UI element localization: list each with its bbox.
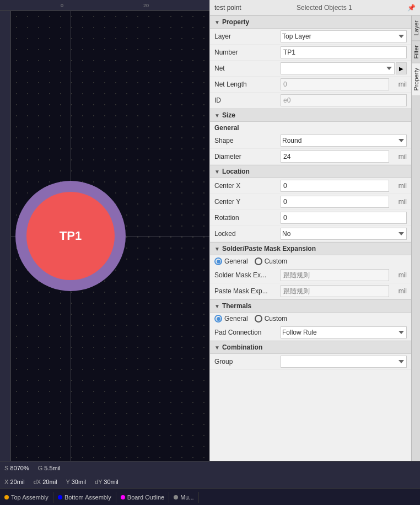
layer-tabs-bar: Top Assembly Bottom Assembly Board Outli… <box>0 488 420 505</box>
filter-tab[interactable]: Filter <box>412 40 420 63</box>
net-length-input <box>281 78 389 90</box>
solder-custom-option[interactable]: Custom <box>255 257 287 265</box>
net-length-unit: mil <box>391 80 407 88</box>
locked-select[interactable]: No <box>281 228 407 240</box>
solder-custom-label: Custom <box>265 257 287 265</box>
solder-custom-radio[interactable] <box>255 257 262 265</box>
center-y-value: mil <box>281 196 407 208</box>
thermals-general-option[interactable]: General <box>214 315 248 323</box>
solder-section-header[interactable]: ▼ Solder/Paste Mask Expansion <box>210 242 411 255</box>
thermals-collapse-arrow[interactable]: ▼ <box>214 303 220 309</box>
panel-wrapper: ▼ Property Layer Top Layer Number <box>210 15 420 461</box>
status-dy: dY 30mil <box>95 479 119 485</box>
layer-tab-mu[interactable]: Mu... <box>169 492 198 503</box>
number-input[interactable] <box>281 46 407 58</box>
solder-general-radio[interactable] <box>214 257 222 265</box>
size-section-header[interactable]: ▼ Size <box>210 109 411 122</box>
property-tab[interactable]: Property <box>412 63 420 95</box>
net-length-row: Net Length mil <box>210 77 411 93</box>
group-select[interactable] <box>281 356 407 368</box>
paste-mask-value: mil <box>281 285 407 297</box>
rotation-row: Rotation <box>210 210 411 226</box>
pad-connection-value: Follow Rule <box>281 326 407 339</box>
solder-collapse-arrow[interactable]: ▼ <box>214 246 220 252</box>
thermals-radio-row: General Custom <box>210 313 411 325</box>
ruler-vertical <box>0 11 11 461</box>
thermals-section-header[interactable]: ▼ Thermals <box>210 299 411 313</box>
layer-label-board-outline: Board Outline <box>127 494 164 501</box>
paste-mask-input <box>281 285 389 297</box>
test-point-label: TP1 <box>60 229 82 243</box>
center-y-row: Center Y mil <box>210 194 411 210</box>
canvas-content[interactable]: TP1 <box>11 11 209 461</box>
status-s: S 8070% <box>4 465 29 471</box>
layer-tab-top-assembly[interactable]: Top Assembly <box>0 492 53 503</box>
size-section-label: Size <box>222 111 235 119</box>
rotation-input[interactable] <box>281 212 407 224</box>
canvas-area[interactable]: 0 20 TP1 <box>0 0 209 461</box>
location-section-header[interactable]: ▼ Location <box>210 165 411 178</box>
solder-mask-value: mil <box>281 269 407 281</box>
layer-color-board-outline <box>121 495 125 499</box>
thermals-custom-radio[interactable] <box>255 315 262 323</box>
solder-section-label: Solder/Paste Mask Expansion <box>222 245 316 253</box>
net-value: ▶ <box>281 62 407 74</box>
thermals-custom-option[interactable]: Custom <box>255 315 287 323</box>
diameter-value: mil <box>281 151 407 163</box>
net-arrow-button[interactable]: ▶ <box>396 62 407 74</box>
diameter-input[interactable] <box>281 151 389 163</box>
solder-general-label: General <box>224 257 248 265</box>
paste-mask-unit: mil <box>391 287 407 295</box>
center-x-value: mil <box>281 180 407 192</box>
location-section-label: Location <box>222 168 250 175</box>
status-row-2: X 20mil dX 20mil Y 30mil dY 30mil <box>0 475 420 489</box>
solder-radio-row: General Custom <box>210 255 411 267</box>
layer-label-top-assembly: Top Assembly <box>11 494 49 501</box>
net-select[interactable] <box>281 62 395 74</box>
panel-inner: ▼ Property Layer Top Layer Number <box>210 15 420 461</box>
layer-row: Layer Top Layer <box>210 29 411 45</box>
shape-label: Shape <box>214 137 281 144</box>
layer-color-bottom-assembly <box>58 495 62 499</box>
location-collapse-arrow[interactable]: ▼ <box>214 169 220 175</box>
rotation-value <box>281 212 407 224</box>
layer-tab[interactable]: Layer <box>412 15 420 40</box>
id-row: ID <box>210 93 411 109</box>
group-label: Group <box>214 358 281 366</box>
layer-select[interactable]: Top Layer <box>281 30 407 42</box>
combination-collapse-arrow[interactable]: ▼ <box>214 345 220 351</box>
solder-general-option[interactable]: General <box>214 257 248 265</box>
layer-tab-board-outline[interactable]: Board Outline <box>116 492 169 503</box>
pad-connection-select[interactable]: Follow Rule <box>281 326 407 339</box>
pad-connection-row: Pad Connection Follow Rule <box>210 325 411 341</box>
layer-color-top-assembly <box>4 495 9 499</box>
property-section-header[interactable]: ▼ Property <box>210 15 411 29</box>
pin-icon[interactable]: 📌 <box>407 4 416 12</box>
ruler-tick-20: 20 <box>143 3 149 8</box>
layer-tab-bottom-assembly[interactable]: Bottom Assembly <box>53 492 116 503</box>
center-y-label: Center Y <box>214 198 281 206</box>
combination-section-header[interactable]: ▼ Combination <box>210 341 411 354</box>
rotation-label: Rotation <box>214 214 281 222</box>
group-row: Group <box>210 354 411 370</box>
id-input <box>281 94 407 106</box>
test-point-inner: TP1 <box>26 192 115 280</box>
size-collapse-arrow[interactable]: ▼ <box>214 112 220 119</box>
locked-row: Locked No <box>210 226 411 242</box>
net-label: Net <box>214 65 281 72</box>
thermals-general-label: General <box>224 315 248 323</box>
center-x-input[interactable] <box>281 180 389 192</box>
shape-row: Shape Round <box>210 133 411 149</box>
status-x: X 20mil <box>4 479 25 485</box>
net-length-label: Net Length <box>214 80 281 88</box>
layer-value: Top Layer <box>281 30 407 42</box>
id-value <box>281 94 407 106</box>
property-collapse-arrow[interactable]: ▼ <box>214 19 220 25</box>
selected-objects-info: Selected Objects 1 <box>297 4 352 12</box>
center-y-input[interactable] <box>281 196 389 208</box>
status-y: Y 30mil <box>66 479 87 485</box>
test-point-outer-ring: TP1 <box>15 181 126 291</box>
layer-color-mu <box>174 495 178 499</box>
thermals-general-radio[interactable] <box>214 315 222 323</box>
shape-select[interactable]: Round <box>281 135 407 147</box>
